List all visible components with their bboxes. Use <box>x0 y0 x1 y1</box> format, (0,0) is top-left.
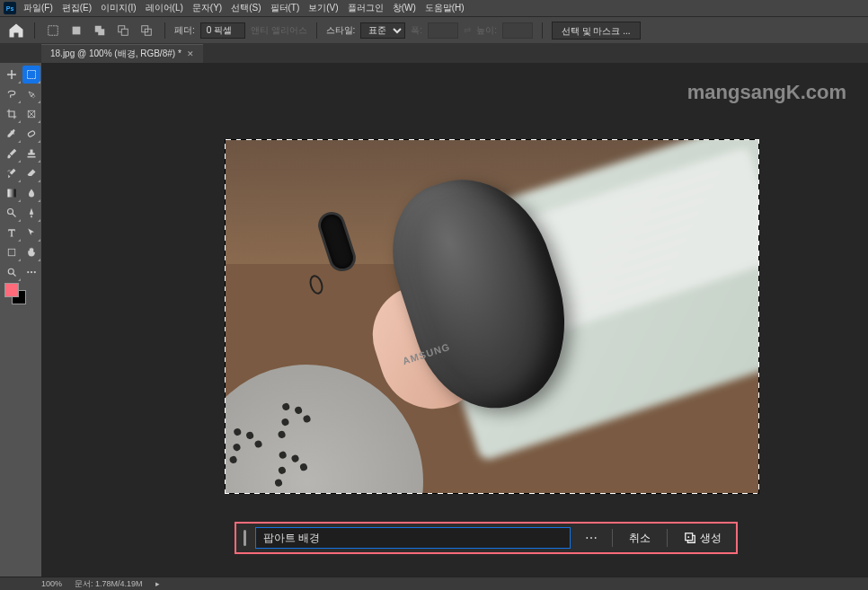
dodge-tool[interactable] <box>3 204 21 222</box>
menu-edit[interactable]: 편집(E) <box>62 2 92 14</box>
generative-fill-bar: ⋯ 취소 생성 <box>235 522 738 554</box>
status-bar: 100% 문서: 1.78M/4.19M ▸ <box>0 577 868 590</box>
history-brush-tool[interactable] <box>3 164 21 182</box>
height-input <box>502 22 533 39</box>
svg-rect-14 <box>8 249 15 256</box>
menu-plugins[interactable]: 플러그인 <box>348 2 384 14</box>
home-button[interactable] <box>7 22 25 40</box>
eraser-tool[interactable] <box>22 164 40 182</box>
cancel-button[interactable]: 취소 <box>622 531 658 546</box>
svg-point-9 <box>32 95 35 98</box>
generate-button[interactable]: 생성 <box>677 531 729 546</box>
marquee-tool[interactable] <box>22 66 40 84</box>
menu-view[interactable]: 보기(V) <box>308 2 338 14</box>
color-swatches[interactable] <box>3 283 40 310</box>
tool-preset-icon[interactable] <box>44 22 62 40</box>
path-select-tool[interactable] <box>22 224 40 242</box>
menu-layer[interactable]: 레이어(L) <box>146 2 183 14</box>
hand-tool[interactable] <box>22 243 40 261</box>
intersect-selection-icon[interactable] <box>137 22 155 40</box>
shape-tool[interactable] <box>3 243 21 261</box>
svg-rect-3 <box>98 29 104 35</box>
subtract-selection-icon[interactable] <box>114 22 132 40</box>
new-selection-icon[interactable] <box>67 22 85 40</box>
menu-image[interactable]: 이미지(I) <box>101 2 136 14</box>
divider <box>612 529 613 547</box>
eyedropper-tool[interactable] <box>3 125 21 143</box>
menu-type[interactable]: 문자(Y) <box>192 2 222 14</box>
quick-select-tool[interactable] <box>22 85 40 103</box>
select-and-mask-button[interactable]: 선택 및 마스크 ... <box>552 22 641 40</box>
svg-point-15 <box>8 269 13 274</box>
svg-rect-12 <box>8 189 16 198</box>
divider <box>316 22 317 39</box>
divider <box>34 22 35 39</box>
svg-rect-8 <box>28 71 36 79</box>
width-input <box>428 22 458 39</box>
svg-point-17 <box>31 271 32 273</box>
svg-rect-0 <box>49 25 58 35</box>
document-size: 문서: 1.78M/4.19M <box>75 578 143 590</box>
crop-tool[interactable] <box>3 105 21 123</box>
style-label: 스타일: <box>326 24 356 37</box>
menu-help[interactable]: 도움말(H) <box>425 2 465 14</box>
options-bar: 페더: 앤티 앨리어스 스타일: 표준 폭: ⇄ 높이: 선택 및 마스크 ..… <box>0 16 868 43</box>
tab-title: 18.jpg @ 100% (배경, RGB/8#) * <box>50 48 182 60</box>
svg-rect-1 <box>73 26 81 34</box>
divider <box>542 22 543 39</box>
menu-window[interactable]: 창(W) <box>393 2 416 14</box>
width-label: 폭: <box>411 24 422 37</box>
menubar: Ps 파일(F) 편집(E) 이미지(I) 레이어(L) 문자(Y) 선택(S)… <box>0 0 868 16</box>
pen-tool[interactable] <box>22 204 40 222</box>
document-tab[interactable]: 18.jpg @ 100% (배경, RGB/8#) * ✕ <box>41 44 203 63</box>
zoom-level[interactable]: 100% <box>41 579 62 588</box>
svg-point-18 <box>34 271 36 273</box>
zoom-tool[interactable] <box>3 263 21 281</box>
svg-rect-5 <box>121 29 128 35</box>
marquee-selection: AMSUNG <box>225 139 759 494</box>
lasso-tool[interactable] <box>3 85 21 103</box>
divider <box>164 22 165 39</box>
canvas-area[interactable]: mangsangK.com AMSUNG ⋯ 취소 <box>41 63 868 577</box>
tools-panel <box>0 63 41 577</box>
stamp-tool[interactable] <box>22 145 40 163</box>
antialias-label: 앤티 앨리어스 <box>251 24 307 37</box>
tab-strip: 18.jpg @ 100% (배경, RGB/8#) * ✕ <box>0 43 868 63</box>
move-tool[interactable] <box>3 66 21 84</box>
divider <box>667 529 668 547</box>
document-image[interactable]: AMSUNG <box>225 139 759 494</box>
generate-icon <box>684 532 696 544</box>
more-options-icon[interactable]: ⋯ <box>580 531 603 545</box>
edit-toolbar[interactable] <box>22 263 40 281</box>
healing-tool[interactable] <box>22 125 40 143</box>
swap-wh-icon: ⇄ <box>464 25 471 35</box>
brush-tool[interactable] <box>3 145 21 163</box>
svg-point-13 <box>8 209 13 215</box>
drag-handle-icon[interactable] <box>244 530 246 546</box>
menu-file[interactable]: 파일(F) <box>23 2 53 14</box>
close-icon[interactable]: ✕ <box>187 49 194 58</box>
type-tool[interactable] <box>3 224 21 242</box>
foreground-color[interactable] <box>4 283 19 297</box>
style-select[interactable]: 표준 <box>360 22 405 39</box>
svg-point-16 <box>27 271 29 273</box>
feather-label: 페더: <box>174 24 195 37</box>
height-label: 높이: <box>476 24 497 37</box>
menu-filter[interactable]: 필터(T) <box>270 2 300 14</box>
app-icon: Ps <box>4 2 16 14</box>
svg-rect-11 <box>28 130 36 137</box>
gradient-tool[interactable] <box>3 184 21 202</box>
watermark-text: mangsangK.com <box>687 81 846 104</box>
prompt-input[interactable] <box>255 527 571 549</box>
menu-select[interactable]: 선택(S) <box>231 2 261 14</box>
status-chevron-icon[interactable]: ▸ <box>155 579 160 588</box>
add-selection-icon[interactable] <box>91 22 109 40</box>
generate-label: 생성 <box>700 531 722 546</box>
feather-input[interactable] <box>200 22 245 39</box>
frame-tool[interactable] <box>22 105 40 123</box>
blur-tool[interactable] <box>22 184 40 202</box>
